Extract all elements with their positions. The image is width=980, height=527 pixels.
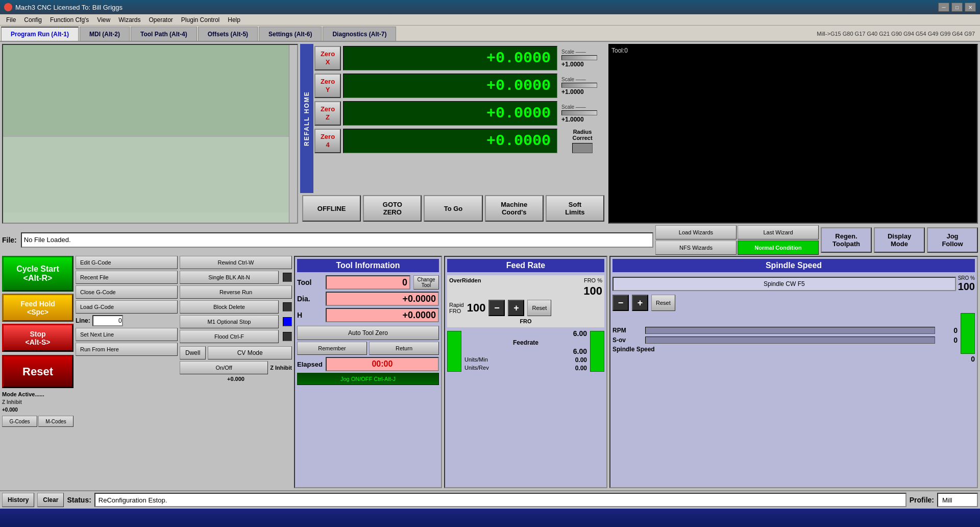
zero-4-button[interactable]: Zero4 bbox=[314, 129, 341, 153]
machine-coords-button[interactable]: MachineCoord's bbox=[485, 195, 544, 222]
to-go-button[interactable]: To Go bbox=[424, 195, 482, 222]
g-codes-button[interactable]: G-Codes bbox=[2, 416, 37, 427]
jog-follow-button[interactable]: JogFollow bbox=[927, 227, 978, 253]
scale-y-bar bbox=[561, 83, 597, 88]
goto-zero-button[interactable]: GOTOZERO bbox=[363, 195, 422, 222]
regen-toolpath-button[interactable]: Regen.Toolpath bbox=[821, 227, 872, 253]
rewind-button[interactable]: Rewind Ctrl-W bbox=[180, 256, 292, 269]
tab-toolpath[interactable]: Tool Path (Alt-4) bbox=[131, 27, 197, 41]
return-button[interactable]: Return bbox=[369, 342, 439, 355]
feed-rate-title: Feed Rate bbox=[447, 259, 604, 272]
load-gcode-button[interactable]: Load G-Code bbox=[76, 300, 178, 314]
on-off-button[interactable]: On/Off bbox=[180, 361, 268, 374]
feed-bar-section: 6.00 Feedrate 6.00 Units/Min 0.00 Units/… bbox=[447, 329, 604, 372]
change-tool-button[interactable]: ChangeTool bbox=[413, 275, 439, 290]
regen-panel: Regen.Toolpath DisplayMode JogFollow bbox=[821, 227, 978, 253]
rapid-fro-label: RapidFRO bbox=[449, 302, 464, 314]
cv-mode-button[interactable]: CV Mode bbox=[208, 346, 292, 360]
menu-operator[interactable]: Operator bbox=[145, 15, 177, 25]
spindle-cw-button[interactable]: Spindle CW F5 bbox=[612, 277, 956, 291]
tabbar: Program Run (Alt-1) MDI (Alt-2) Tool Pat… bbox=[0, 26, 980, 42]
fro-label: FRO bbox=[449, 318, 602, 324]
menu-wizards[interactable]: Wizards bbox=[114, 15, 144, 25]
m1-optional-stop-button[interactable]: M1 Optional Stop bbox=[180, 315, 279, 328]
close-button[interactable]: ✕ bbox=[965, 3, 976, 12]
zero-z-button[interactable]: ZeroZ bbox=[314, 101, 341, 126]
recent-file-button[interactable]: Recent File bbox=[76, 271, 178, 284]
run-from-here-button[interactable]: Run From Here bbox=[76, 343, 178, 356]
status-label: Status: bbox=[67, 496, 91, 504]
run-buttons: Rewind Ctrl-W Single BLK Alt-N Reverse R… bbox=[180, 256, 292, 488]
gcode-display bbox=[2, 44, 298, 224]
set-next-line-button[interactable]: Set Next Line bbox=[76, 328, 178, 341]
tab-settings[interactable]: Settings (Alt-6) bbox=[259, 27, 322, 41]
normal-condition-button[interactable]: Normal Condition bbox=[738, 241, 819, 255]
single-blk-indicator bbox=[283, 273, 292, 282]
tab-offsets[interactable]: Offsets (Alt-5) bbox=[198, 27, 258, 41]
remember-button[interactable]: Remember bbox=[297, 342, 367, 355]
spindle-title: Spindle Speed bbox=[612, 259, 975, 272]
reset-button[interactable]: Reset bbox=[2, 355, 74, 388]
zero-y-button[interactable]: ZeroY bbox=[314, 74, 341, 98]
elapsed-row: Elapsed 00:00 bbox=[297, 357, 439, 371]
scale-x-label: Scale —— bbox=[561, 49, 586, 55]
load-wizards-button[interactable]: Load Wizards bbox=[655, 225, 737, 239]
single-blk-button[interactable]: Single BLK Alt-N bbox=[180, 271, 279, 284]
display-mode-button[interactable]: DisplayMode bbox=[874, 227, 925, 253]
dwell-button[interactable]: Dwell bbox=[180, 346, 206, 360]
file-input[interactable] bbox=[21, 232, 653, 248]
tab-program-run[interactable]: Program Run (Alt-1) bbox=[1, 27, 79, 41]
profile-label: Profile: bbox=[910, 496, 934, 504]
dro-panel: REFALL HOME ZeroX +0.0000 Scale —— +1.00… bbox=[300, 44, 606, 224]
m-codes-button[interactable]: M-Codes bbox=[38, 416, 74, 427]
flood-button[interactable]: Flood Ctrl-F bbox=[180, 330, 279, 343]
fro-plus-button[interactable]: + bbox=[508, 300, 524, 316]
menu-view[interactable]: View bbox=[93, 15, 114, 25]
fro-reset-button[interactable]: Reset bbox=[527, 300, 551, 316]
offline-button[interactable]: OFFLINE bbox=[302, 195, 361, 222]
menu-file[interactable]: File bbox=[2, 15, 20, 25]
rpm-row: RPM 0 bbox=[612, 326, 958, 334]
scale-y-value: +1.0000 bbox=[561, 88, 584, 95]
tool-info-panel: Tool Information Tool 0 ChangeTool Dia. … bbox=[294, 256, 442, 488]
maximize-button[interactable]: □ bbox=[951, 3, 963, 12]
block-delete-indicator bbox=[283, 302, 292, 312]
reverse-run-button[interactable]: Reverse Run bbox=[180, 285, 292, 299]
block-delete-button[interactable]: Block Delete bbox=[180, 300, 279, 314]
tool-h-row: H +0.0000 bbox=[297, 308, 439, 322]
gcode-scrollbar[interactable] bbox=[289, 45, 297, 223]
soft-limits-button[interactable]: SoftLimits bbox=[546, 195, 604, 222]
menu-plugin[interactable]: Plugin Control bbox=[177, 15, 224, 25]
jog-onoff-button[interactable]: Jog ON/OFF Ctrl-Alt-J bbox=[297, 373, 439, 385]
tool-action-row: Remember Return bbox=[297, 342, 439, 355]
feed-info: 6.00 Feedrate 6.00 Units/Min 0.00 Units/… bbox=[464, 329, 587, 372]
history-button[interactable]: History bbox=[2, 493, 34, 507]
feed-hold-button[interactable]: Feed Hold<Spc> bbox=[2, 294, 74, 322]
rpm-label: RPM bbox=[612, 327, 643, 334]
tab-mdi[interactable]: MDI (Alt-2) bbox=[80, 27, 130, 41]
edit-gcode-button[interactable]: Edit G-Code bbox=[76, 256, 178, 269]
cycle-start-button[interactable]: Cycle Start<Alt-R> bbox=[2, 256, 74, 292]
line-input[interactable] bbox=[92, 315, 123, 326]
fro-minus-button[interactable]: − bbox=[488, 300, 505, 316]
tool-dia-row: Dia. +0.0000 bbox=[297, 292, 439, 306]
nfs-wizards-button[interactable]: NFS Wizards bbox=[655, 241, 737, 255]
spindle-minus-button[interactable]: − bbox=[612, 295, 629, 311]
units-rev-label: Units/Rev bbox=[464, 365, 489, 372]
overridden-label: OverRidden bbox=[449, 277, 481, 283]
zero-x-button[interactable]: ZeroX bbox=[314, 46, 341, 70]
auto-tool-zero-button[interactable]: Auto Tool Zero bbox=[297, 326, 439, 340]
minimize-button[interactable]: ─ bbox=[938, 3, 949, 12]
tool-number-value: 0 bbox=[326, 275, 410, 290]
clear-button[interactable]: Clear bbox=[37, 493, 64, 507]
last-wizard-button[interactable]: Last Wizard bbox=[738, 225, 819, 239]
menu-config[interactable]: Config bbox=[20, 15, 46, 25]
spindle-reset-button[interactable]: Reset bbox=[651, 295, 675, 311]
tab-diagnostics[interactable]: Diagnostics (Alt-7) bbox=[323, 27, 396, 41]
menu-function-cfg[interactable]: Function Cfg's bbox=[46, 15, 93, 25]
menu-help[interactable]: Help bbox=[224, 15, 244, 25]
close-gcode-button[interactable]: Close G-Code bbox=[76, 285, 178, 299]
stop-button[interactable]: Stop<Alt-S> bbox=[2, 324, 74, 352]
spindle-plus-button[interactable]: + bbox=[632, 295, 648, 311]
axis-x-row: ZeroX +0.0000 Scale —— +1.0000 bbox=[314, 45, 605, 71]
